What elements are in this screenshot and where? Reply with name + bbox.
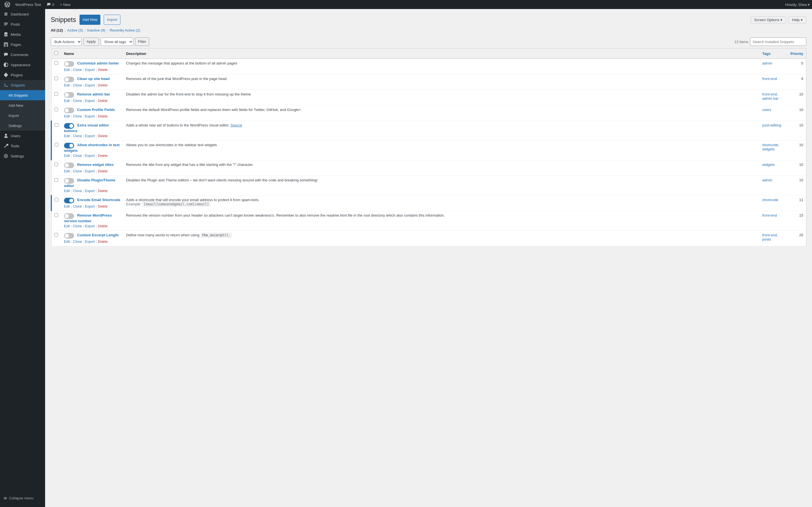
- sidebar-item-plugins[interactable]: Plugins: [0, 70, 45, 80]
- edit-link[interactable]: Edit: [64, 68, 70, 72]
- tag-link[interactable]: shortcode: [762, 143, 778, 147]
- snippet-name-link[interactable]: Custom Excerpt Length: [77, 233, 119, 237]
- snippet-name-link[interactable]: Remove widget titles: [77, 163, 114, 167]
- delete-link[interactable]: Delete: [98, 83, 108, 87]
- tag-link[interactable]: front-end: [762, 213, 777, 217]
- clone-link[interactable]: Clone: [73, 68, 82, 72]
- collapse-menu-button[interactable]: Collapse menu: [0, 494, 37, 503]
- sidebar-item-appearance[interactable]: Appearance: [0, 60, 45, 70]
- export-link[interactable]: Export: [85, 83, 95, 87]
- snippet-name-link[interactable]: Encode Email Shortcode: [77, 198, 120, 202]
- edit-link[interactable]: Edit: [64, 99, 70, 103]
- sidebar-item-pages[interactable]: Pages: [0, 40, 45, 50]
- snippet-toggle[interactable]: [64, 76, 74, 82]
- export-link[interactable]: Export: [85, 224, 95, 228]
- sidebar-item-snippets[interactable]: Snippets: [0, 80, 45, 90]
- edit-link[interactable]: Edit: [64, 189, 70, 193]
- filter-active[interactable]: Active (3): [67, 28, 83, 33]
- sidebar-item-comments[interactable]: Comments: [0, 50, 45, 60]
- delete-link[interactable]: Delete: [98, 68, 108, 72]
- tag-link[interactable]: front-end: [762, 76, 777, 81]
- delete-link[interactable]: Delete: [98, 189, 108, 193]
- help-button[interactable]: Help ▾: [788, 16, 806, 23]
- clone-link[interactable]: Clone: [73, 99, 82, 103]
- snippet-toggle[interactable]: [64, 92, 74, 98]
- edit-link[interactable]: Edit: [64, 224, 70, 228]
- row-checkbox[interactable]: [54, 178, 58, 182]
- row-checkbox[interactable]: [55, 198, 58, 202]
- row-checkbox[interactable]: [54, 92, 58, 96]
- tag-link[interactable]: front-end: [762, 233, 777, 237]
- delete-link[interactable]: Delete: [98, 154, 108, 158]
- row-checkbox[interactable]: [54, 76, 58, 80]
- clone-link[interactable]: Clone: [73, 169, 82, 173]
- export-link[interactable]: Export: [85, 189, 95, 193]
- tag-link[interactable]: widgets: [762, 163, 774, 167]
- filter-all[interactable]: All (12): [51, 28, 63, 33]
- sidebar-sub-settings[interactable]: Settings: [0, 121, 45, 131]
- tag-link[interactable]: admin bar: [762, 96, 778, 101]
- sidebar-item-media[interactable]: Media: [0, 29, 45, 40]
- delete-link[interactable]: Delete: [98, 240, 108, 244]
- tag-link[interactable]: shortcode: [762, 198, 778, 202]
- apply-button[interactable]: Apply: [84, 38, 99, 46]
- snippet-toggle[interactable]: [64, 233, 74, 238]
- edit-link[interactable]: Edit: [64, 83, 70, 87]
- sidebar-item-users[interactable]: Users: [0, 131, 45, 141]
- clone-link[interactable]: Clone: [73, 189, 82, 193]
- filter-button[interactable]: Filter: [135, 38, 149, 46]
- delete-link[interactable]: Delete: [98, 169, 108, 173]
- show-tags-select[interactable]: Show all tags: [101, 38, 133, 46]
- tag-link[interactable]: front-end: [762, 92, 777, 96]
- bulk-actions-select[interactable]: Bulk Actions: [51, 38, 82, 46]
- export-link[interactable]: Export: [85, 134, 95, 138]
- snippet-toggle[interactable]: [64, 123, 74, 129]
- new-content-bar[interactable]: + New: [57, 0, 73, 9]
- add-new-button[interactable]: Add New: [80, 15, 101, 25]
- clone-link[interactable]: Clone: [73, 224, 82, 228]
- row-checkbox[interactable]: [54, 108, 58, 111]
- screen-options-button[interactable]: Screen Options ▾: [751, 16, 786, 23]
- sidebar-item-settings[interactable]: Settings: [0, 151, 45, 161]
- row-checkbox[interactable]: [55, 143, 58, 147]
- clone-link[interactable]: Clone: [73, 134, 82, 138]
- snippet-toggle[interactable]: [64, 143, 74, 149]
- row-checkbox[interactable]: [55, 123, 58, 127]
- priority-sort-link[interactable]: Priority: [790, 52, 803, 56]
- snippet-name-link[interactable]: Clean up site head: [77, 76, 110, 81]
- snippet-name-link[interactable]: Customize admin footer: [77, 61, 119, 65]
- sidebar-sub-add-new[interactable]: Add New: [0, 100, 45, 110]
- export-link[interactable]: Export: [85, 169, 95, 173]
- snippet-toggle[interactable]: [64, 178, 74, 184]
- tag-link[interactable]: widgets: [762, 147, 774, 151]
- row-checkbox[interactable]: [54, 213, 58, 217]
- clone-link[interactable]: Clone: [73, 83, 82, 87]
- import-button[interactable]: Import: [104, 15, 120, 25]
- wp-logo[interactable]: [2, 0, 12, 9]
- source-link[interactable]: Source: [231, 123, 242, 127]
- search-input[interactable]: [750, 38, 806, 46]
- filter-inactive[interactable]: Inactive (9): [87, 28, 105, 33]
- sidebar-item-tools[interactable]: Tools: [0, 141, 45, 151]
- select-all-checkbox[interactable]: [54, 51, 58, 55]
- clone-link[interactable]: Clone: [73, 205, 82, 209]
- snippet-toggle[interactable]: [64, 108, 74, 113]
- edit-link[interactable]: Edit: [64, 205, 70, 209]
- edit-link[interactable]: Edit: [64, 114, 70, 118]
- delete-link[interactable]: Delete: [98, 205, 108, 209]
- edit-link[interactable]: Edit: [64, 134, 70, 138]
- filter-recently-active[interactable]: Recently Active (2): [110, 28, 140, 33]
- row-checkbox[interactable]: [54, 163, 58, 166]
- snippet-name-link[interactable]: Remove admin bar: [77, 92, 110, 96]
- delete-link[interactable]: Delete: [98, 134, 108, 138]
- edit-link[interactable]: Edit: [64, 154, 70, 158]
- snippet-toggle[interactable]: [64, 61, 74, 67]
- delete-link[interactable]: Delete: [98, 99, 108, 103]
- snippet-toggle[interactable]: [64, 198, 74, 203]
- sidebar-item-posts[interactable]: Posts: [0, 19, 45, 29]
- row-checkbox[interactable]: [54, 61, 58, 65]
- comments-bar[interactable]: 0: [44, 0, 57, 9]
- edit-link[interactable]: Edit: [64, 240, 70, 244]
- tag-link[interactable]: users: [762, 108, 771, 112]
- snippet-toggle[interactable]: [64, 213, 74, 219]
